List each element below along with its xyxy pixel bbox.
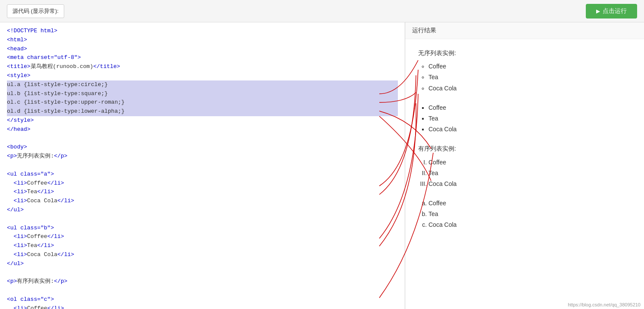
result-header: 运行结果 [405, 22, 644, 39]
lower-alpha-list: CoffeeTeaCoca Cola [428, 198, 631, 231]
circle-list: CoffeeTeaCoca Cola [428, 61, 631, 94]
list-item: Tea [428, 168, 631, 179]
list-item: Coca Cola [428, 124, 631, 135]
code-line: <li>Coca Cola</li> [7, 250, 398, 260]
code-line: <li>Coffee</li> [7, 179, 398, 188]
code-line: <ul class="a"> [7, 170, 398, 179]
unordered-title: 无序列表实例: [418, 48, 631, 59]
ordered-title: 有序列表实例: [418, 143, 631, 154]
code-line [7, 134, 398, 143]
list-item: Coffee [428, 198, 631, 209]
code-line: ol.c {list-style-type:upper-roman;} [7, 98, 398, 107]
code-line: ul.b {list-style-type:square;} [7, 90, 398, 99]
list-item: Coca Cola [428, 83, 631, 94]
list-item: Coffee [428, 61, 631, 72]
code-editor[interactable]: <!DOCTYPE html><html><head><meta charset… [0, 22, 405, 309]
code-line: <html> [7, 36, 398, 45]
code-line: <li>Coffee</li> [7, 304, 398, 309]
code-line: <li>Coffee</li> [7, 232, 398, 241]
code-line [7, 269, 398, 278]
editor-panel: <!DOCTYPE html><html><head><meta charset… [0, 22, 405, 309]
code-line: <li>Tea</li> [7, 241, 398, 250]
code-line: </head> [7, 125, 398, 134]
upper-roman-list: CoffeeTeaCoca Cola [428, 157, 631, 190]
list-item: Coca Cola [428, 219, 631, 230]
list-item: Tea [428, 72, 631, 83]
code-line: ol.d {list-style-type:lower-alpha;} [7, 107, 398, 116]
list-item: Tea [428, 113, 631, 124]
code-line: ul.a {list-style-type:circle;} [7, 80, 398, 90]
main-area: <!DOCTYPE html><html><head><meta charset… [0, 22, 644, 309]
run-button[interactable]: 点击运行 [586, 4, 637, 19]
code-line: <li>Tea</li> [7, 188, 398, 197]
toolbar: 源代码 (显示异常): 点击运行 [0, 0, 644, 22]
code-line: </ul> [7, 260, 398, 269]
list-item: Coffee [428, 157, 631, 168]
code-line: <p>有序列表实例:</p> [7, 277, 398, 286]
list-item: Coffee [428, 102, 631, 113]
result-content: 无序列表实例: CoffeeTeaCoca Cola CoffeeTeaCoca… [405, 39, 644, 309]
code-line: <style> [7, 71, 398, 80]
code-line: <meta charset="utf-8"> [7, 53, 398, 62]
code-line: <body> [7, 143, 398, 152]
code-line [7, 215, 398, 224]
code-line: <head> [7, 45, 398, 54]
code-line: <li>Coca Cola</li> [7, 197, 398, 206]
code-line [7, 161, 398, 170]
square-list: CoffeeTeaCoca Cola [428, 102, 631, 135]
footer-url: https://blog.csdn.net/qq_38095210 [568, 302, 641, 307]
list-item: Coca Cola [428, 179, 631, 189]
code-line: <title>菜鸟教程(runoob.com)</title> [7, 62, 398, 71]
code-line: <ol class="c"> [7, 295, 398, 304]
list-item: Tea [428, 209, 631, 219]
code-line: <p>无序列表实例:</p> [7, 152, 398, 161]
code-line [7, 286, 398, 295]
code-line: </style> [7, 116, 398, 125]
source-label-button[interactable]: 源代码 (显示异常): [7, 4, 64, 18]
code-line: <!DOCTYPE html> [7, 27, 398, 36]
code-line: </ul> [7, 206, 398, 215]
result-panel: 运行结果 无序列表实例: CoffeeTeaCoca Cola CoffeeTe… [405, 22, 644, 309]
code-line: <ul class="b"> [7, 224, 398, 233]
